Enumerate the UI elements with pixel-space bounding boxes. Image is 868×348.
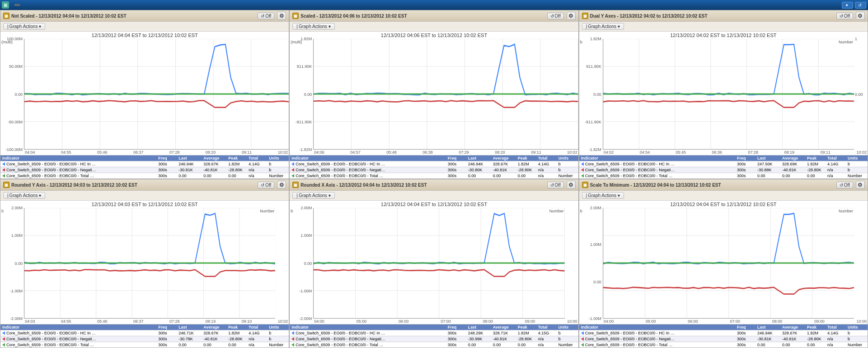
legend-header: Indicator Freq Last Average Peak Total U… (290, 324, 578, 330)
legend-row: Core_Switch_6509 - EO0/0 - EOBC0/0 - Tot… (579, 173, 868, 179)
legend-header: Indicator Freq Last Average Peak Total U… (290, 155, 578, 161)
separator-icon: | (586, 24, 587, 29)
graph-panel-rounded-x: ▦ Rounded X Axis - 12/13/2012 04:04 to 1… (289, 179, 578, 348)
separator-icon: | (296, 193, 298, 198)
graph-actions-button[interactable]: | Graph Actions ▾ (3, 23, 45, 30)
legend-row: Core_Switch_6509 - EO0/0 - EOBC0/0 - Tot… (0, 342, 289, 348)
graph-area: 12/13/2012 04:03 EST to 12/13/2012 10:02… (0, 201, 289, 324)
graph-area: 12/13/2012 04:04 EST to 12/13/2012 10:02… (0, 32, 289, 155)
x-axis: 04:0304:5505:4606:3707:2808:1909:1010:02 (24, 319, 289, 324)
toolbar: | Graph Actions ▾ (290, 22, 578, 32)
toolbar: | Graph Actions ▾ (290, 191, 578, 201)
off-button[interactable]: ↺ Off (836, 182, 853, 188)
separator-icon: | (586, 193, 587, 198)
panel-icon: ▦ (3, 182, 9, 188)
graph-actions-button[interactable]: | Graph Actions ▾ (582, 23, 624, 30)
title-bar: ▦ ✦ ↺ (0, 0, 868, 10)
off-button[interactable]: ↺ Off (547, 182, 564, 188)
legend-color (2, 343, 5, 347)
graph-time-title: 12/13/2012 04:04 EST to 12/13/2012 10:02… (579, 201, 868, 208)
x-axis: 04:0604:5705:4806:3807:2908:2009:1110:02 (313, 150, 578, 155)
graph-time-title: 12/13/2012 04:04 EST to 12/13/2012 10:02… (0, 32, 289, 39)
legend-row: Core_Switch_6509 - EO0/0 - EOBC0/0 - Neg… (579, 336, 868, 342)
off-button[interactable]: ↺ Off (258, 182, 274, 188)
y-axis-label: b (580, 209, 582, 213)
settings-button[interactable]: ⚙ (856, 181, 865, 189)
graph-actions-button[interactable]: | Graph Actions ▾ (292, 23, 334, 30)
panel-title-text: Rounded Y Axis - 12/13/2012 04:03 to 12/… (11, 183, 137, 188)
panel-title-text: Scale To Minimum - 12/13/2012 04:04 to 1… (590, 183, 721, 188)
refresh-icon: ↺ (550, 183, 554, 188)
y-axis-label: b (580, 40, 582, 44)
separator-icon: | (7, 24, 9, 29)
toolbar: | Graph Actions ▾ (579, 22, 868, 32)
graph-panel-not-scaled: ▦ Not Scaled - 12/13/2012 04:04 to 12/13… (0, 10, 289, 179)
panel-header: ▦ Dual Y Axes - 12/13/2012 04:02 to 12/1… (579, 10, 868, 22)
panel-header: ▦ Scale To Minimum - 12/13/2012 04:04 to… (579, 179, 868, 191)
panel-title-text: Scaled - 12/13/2012 04:06 to 12/13/2012 … (300, 14, 407, 19)
refresh-icon: ↺ (840, 183, 843, 188)
x-axis: 04:0005:0006:0007:0008:0009:0010:00 (313, 319, 578, 324)
graph-area: 12/13/2012 04:04 EST to 12/13/2012 10:02… (579, 201, 868, 324)
off-button[interactable]: ↺ Off (547, 13, 564, 19)
settings-button[interactable]: ⚙ (277, 12, 286, 20)
off-button[interactable]: ↺ Off (836, 13, 853, 19)
graph-area: 12/13/2012 04:04 EST to 12/13/2012 10:02… (290, 201, 578, 324)
settings-button[interactable]: ⚙ (277, 181, 286, 189)
legend-row: Core_Switch_6509 - EO0/0 - EOBC0/0 - HC … (0, 330, 289, 336)
legend-table: Indicator Freq Last Average Peak Total U… (0, 155, 289, 179)
legend-row: Core_Switch_6509 - EO0/0 - EOBC0/0 - Neg… (0, 167, 289, 173)
legend-color (291, 331, 294, 335)
legend-row: Core_Switch_6509 - EO0/0 - EOBC0/0 - Tot… (0, 173, 289, 179)
legend-row: Core_Switch_6509 - EO0/0 - EOBC0/0 - HC … (579, 330, 868, 336)
legend-header: Indicator Freq Last Average Peak Total U… (0, 324, 289, 330)
legend-color (581, 337, 584, 341)
legend-color (581, 331, 584, 335)
legend-color (581, 343, 584, 347)
y-axis-label: b (1, 209, 4, 213)
graph-area: 12/13/2012 04:02 EST to 12/13/2012 10:02… (579, 32, 868, 155)
legend-color (291, 162, 294, 166)
off-button[interactable]: ↺ Off (258, 13, 274, 19)
legend-row: Core_Switch_6509 - EO0/0 - EOBC0/0 - Tot… (290, 173, 578, 179)
legend-table: Indicator Freq Last Average Peak Total U… (290, 324, 578, 348)
legend-row: Core_Switch_6509 - EO0/0 - EOBC0/0 - Neg… (0, 336, 289, 342)
graph-actions-button[interactable]: | Graph Actions ▾ (582, 192, 624, 199)
add-button[interactable]: ✦ (842, 2, 853, 9)
settings-button[interactable]: ⚙ (856, 12, 865, 20)
app-off-badge (14, 4, 20, 6)
legend-row: Core_Switch_6509 - EO0/0 - EOBC0/0 - Neg… (579, 167, 868, 173)
x-axis: 04:0404:5505:4606:3707:2808:2009:1110:02 (24, 150, 289, 155)
legend-header: Indicator Freq Last Average Peak Total U… (579, 324, 868, 330)
graph-panel-dual-y: ▦ Dual Y Axes - 12/13/2012 04:02 to 12/1… (579, 10, 868, 179)
legend-table: Indicator Freq Last Average Peak Total U… (579, 324, 868, 348)
legend-row: Core_Switch_6509 - EO0/0 - EOBC0/0 - Neg… (290, 167, 578, 173)
settings-button[interactable]: ⚙ (567, 181, 576, 189)
main-grid: ▦ Not Scaled - 12/13/2012 04:04 to 12/13… (0, 10, 868, 348)
graph-actions-button[interactable]: | Graph Actions ▾ (292, 192, 334, 199)
legend-row: Core_Switch_6509 - EO0/0 - EOBC0/0 - HC … (290, 330, 578, 336)
x-axis: 04:0005:0006:0007:0008:0009:0010:00 (603, 319, 868, 324)
legend-color (581, 168, 584, 172)
panel-title-text: Not Scaled - 12/13/2012 04:04 to 12/13/2… (11, 14, 127, 19)
legend-header: Indicator Freq Last Average Peak Total U… (0, 155, 289, 161)
legend-color (2, 168, 5, 172)
settings-button[interactable]: ⚙ (567, 12, 576, 20)
y-axis-label: b (291, 209, 293, 213)
legend-row: Core_Switch_6509 - EO0/0 - EOBC0/0 - HC … (290, 161, 578, 167)
graph-panel-scaled: ▦ Scaled - 12/13/2012 04:06 to 12/13/201… (289, 10, 578, 179)
panel-icon: ▦ (292, 13, 299, 19)
y-right-label: Number (260, 209, 274, 213)
legend-table: Indicator Freq Last Average Peak Total U… (0, 324, 289, 348)
panel-title-text: Rounded X Axis - 12/13/2012 04:04 to 12/… (300, 183, 427, 188)
graph-actions-button[interactable]: | Graph Actions ▾ (3, 192, 45, 199)
y-right-label: Number (839, 40, 853, 44)
legend-row: Core_Switch_6509 - EO0/0 - EOBC0/0 - Neg… (290, 336, 578, 342)
panel-icon: ▦ (292, 182, 299, 188)
panel-header: ▦ Rounded X Axis - 12/13/2012 04:04 to 1… (290, 179, 578, 191)
legend-color (291, 174, 294, 178)
refresh-button[interactable]: ↺ (855, 2, 866, 9)
legend-row: Core_Switch_6509 - EO0/0 - EOBC0/0 - HC … (0, 161, 289, 167)
refresh-icon: ↺ (261, 183, 264, 188)
panel-icon: ▦ (582, 13, 588, 19)
